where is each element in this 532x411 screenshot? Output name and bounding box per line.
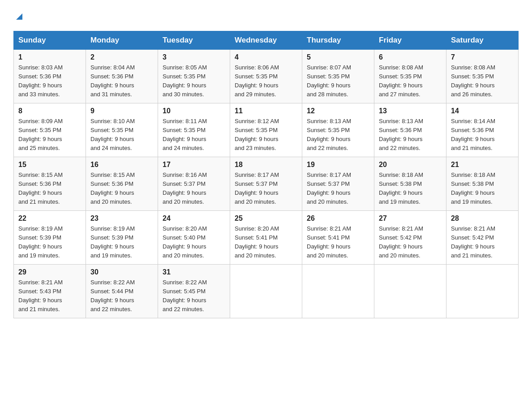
- weekday-header-monday: Monday: [86, 31, 158, 50]
- day-info: Sunrise: 8:15 AMSunset: 5:36 PMDaylight:…: [90, 171, 153, 207]
- day-number: 30: [90, 268, 153, 276]
- day-info: Sunrise: 8:08 AMSunset: 5:35 PMDaylight:…: [379, 63, 442, 99]
- day-info: Sunrise: 8:11 AMSunset: 5:35 PMDaylight:…: [163, 117, 225, 153]
- calendar-cell: 14Sunrise: 8:14 AMSunset: 5:36 PMDayligh…: [446, 103, 519, 157]
- calendar-cell: 4Sunrise: 8:06 AMSunset: 5:35 PMDaylight…: [230, 50, 302, 103]
- logo: [13, 9, 25, 23]
- weekday-header-wednesday: Wednesday: [230, 31, 302, 50]
- calendar-cell: 1Sunrise: 8:03 AMSunset: 5:36 PMDaylight…: [14, 50, 86, 103]
- day-number: 24: [163, 214, 225, 223]
- calendar-cell: 3Sunrise: 8:05 AMSunset: 5:35 PMDaylight…: [158, 50, 230, 103]
- calendar-cell: [302, 265, 374, 318]
- day-number: 16: [90, 161, 153, 169]
- calendar-cell: 15Sunrise: 8:15 AMSunset: 5:36 PMDayligh…: [14, 157, 86, 211]
- calendar-cell: 17Sunrise: 8:16 AMSunset: 5:37 PMDayligh…: [158, 157, 230, 211]
- day-number: 27: [379, 214, 442, 223]
- day-info: Sunrise: 8:17 AMSunset: 5:37 PMDaylight:…: [307, 171, 369, 207]
- calendar-table: SundayMondayTuesdayWednesdayThursdayFrid…: [13, 31, 519, 318]
- day-info: Sunrise: 8:20 AMSunset: 5:41 PMDaylight:…: [235, 224, 297, 261]
- calendar-cell: 25Sunrise: 8:20 AMSunset: 5:41 PMDayligh…: [230, 211, 302, 265]
- day-number: 15: [18, 161, 81, 169]
- week-row-5: 29Sunrise: 8:21 AMSunset: 5:43 PMDayligh…: [14, 265, 519, 318]
- day-info: Sunrise: 8:21 AMSunset: 5:41 PMDaylight:…: [307, 224, 369, 261]
- day-info: Sunrise: 8:14 AMSunset: 5:36 PMDaylight:…: [451, 117, 514, 153]
- calendar-cell: 13Sunrise: 8:13 AMSunset: 5:36 PMDayligh…: [374, 103, 446, 157]
- logo-triangle-icon: [13, 9, 25, 23]
- calendar-cell: 9Sunrise: 8:10 AMSunset: 5:35 PMDaylight…: [86, 103, 158, 157]
- day-info: Sunrise: 8:21 AMSunset: 5:42 PMDaylight:…: [451, 224, 514, 261]
- calendar-cell: 5Sunrise: 8:07 AMSunset: 5:35 PMDaylight…: [302, 50, 374, 103]
- day-number: 19: [307, 161, 369, 169]
- header: [13, 9, 519, 23]
- day-info: Sunrise: 8:08 AMSunset: 5:35 PMDaylight:…: [451, 63, 514, 99]
- calendar-cell: [446, 265, 519, 318]
- day-number: 20: [379, 161, 442, 169]
- day-info: Sunrise: 8:10 AMSunset: 5:35 PMDaylight:…: [90, 117, 153, 153]
- week-row-2: 8Sunrise: 8:09 AMSunset: 5:35 PMDaylight…: [14, 103, 519, 157]
- calendar-cell: 19Sunrise: 8:17 AMSunset: 5:37 PMDayligh…: [302, 157, 374, 211]
- day-number: 23: [90, 214, 153, 223]
- calendar-cell: 27Sunrise: 8:21 AMSunset: 5:42 PMDayligh…: [374, 211, 446, 265]
- calendar-cell: 23Sunrise: 8:19 AMSunset: 5:39 PMDayligh…: [86, 211, 158, 265]
- weekday-header-tuesday: Tuesday: [158, 31, 230, 50]
- day-number: 10: [163, 107, 225, 115]
- calendar-cell: 12Sunrise: 8:13 AMSunset: 5:35 PMDayligh…: [302, 103, 374, 157]
- day-number: 7: [451, 53, 514, 61]
- day-number: 13: [379, 107, 442, 115]
- day-info: Sunrise: 8:12 AMSunset: 5:35 PMDaylight:…: [235, 117, 297, 153]
- day-info: Sunrise: 8:21 AMSunset: 5:42 PMDaylight:…: [379, 224, 442, 261]
- day-info: Sunrise: 8:06 AMSunset: 5:35 PMDaylight:…: [235, 63, 297, 99]
- day-info: Sunrise: 8:18 AMSunset: 5:38 PMDaylight:…: [379, 171, 442, 207]
- weekday-header-row: SundayMondayTuesdayWednesdayThursdayFrid…: [14, 31, 519, 50]
- day-number: 31: [163, 268, 225, 276]
- day-info: Sunrise: 8:17 AMSunset: 5:37 PMDaylight:…: [235, 171, 297, 207]
- week-row-3: 15Sunrise: 8:15 AMSunset: 5:36 PMDayligh…: [14, 157, 519, 211]
- weekday-header-friday: Friday: [374, 31, 446, 50]
- day-number: 4: [235, 53, 297, 61]
- day-info: Sunrise: 8:19 AMSunset: 5:39 PMDaylight:…: [18, 224, 81, 261]
- day-number: 17: [163, 161, 225, 169]
- week-row-1: 1Sunrise: 8:03 AMSunset: 5:36 PMDaylight…: [14, 50, 519, 103]
- day-info: Sunrise: 8:22 AMSunset: 5:45 PMDaylight:…: [163, 278, 225, 314]
- day-number: 22: [18, 214, 81, 223]
- calendar-cell: 30Sunrise: 8:22 AMSunset: 5:44 PMDayligh…: [86, 265, 158, 318]
- day-number: 26: [307, 214, 369, 223]
- weekday-header-saturday: Saturday: [446, 31, 519, 50]
- day-number: 29: [18, 268, 81, 276]
- day-info: Sunrise: 8:13 AMSunset: 5:35 PMDaylight:…: [307, 117, 369, 153]
- day-info: Sunrise: 8:20 AMSunset: 5:40 PMDaylight:…: [163, 224, 225, 261]
- calendar-cell: 16Sunrise: 8:15 AMSunset: 5:36 PMDayligh…: [86, 157, 158, 211]
- day-number: 21: [451, 161, 514, 169]
- day-info: Sunrise: 8:03 AMSunset: 5:36 PMDaylight:…: [18, 63, 81, 99]
- calendar-cell: 29Sunrise: 8:21 AMSunset: 5:43 PMDayligh…: [14, 265, 86, 318]
- day-info: Sunrise: 8:21 AMSunset: 5:43 PMDaylight:…: [18, 278, 81, 314]
- calendar-cell: 26Sunrise: 8:21 AMSunset: 5:41 PMDayligh…: [302, 211, 374, 265]
- day-number: 11: [235, 107, 297, 115]
- calendar-cell: 8Sunrise: 8:09 AMSunset: 5:35 PMDaylight…: [14, 103, 86, 157]
- day-number: 25: [235, 214, 297, 223]
- calendar-cell: 6Sunrise: 8:08 AMSunset: 5:35 PMDaylight…: [374, 50, 446, 103]
- day-info: Sunrise: 8:05 AMSunset: 5:35 PMDaylight:…: [163, 63, 225, 99]
- calendar-cell: 21Sunrise: 8:18 AMSunset: 5:38 PMDayligh…: [446, 157, 519, 211]
- day-info: Sunrise: 8:18 AMSunset: 5:38 PMDaylight:…: [451, 171, 514, 207]
- calendar-cell: 20Sunrise: 8:18 AMSunset: 5:38 PMDayligh…: [374, 157, 446, 211]
- calendar-cell: [230, 265, 302, 318]
- day-number: 6: [379, 53, 442, 61]
- calendar-cell: 24Sunrise: 8:20 AMSunset: 5:40 PMDayligh…: [158, 211, 230, 265]
- calendar-cell: [374, 265, 446, 318]
- day-info: Sunrise: 8:16 AMSunset: 5:37 PMDaylight:…: [163, 171, 225, 207]
- day-info: Sunrise: 8:04 AMSunset: 5:36 PMDaylight:…: [90, 63, 153, 99]
- calendar-cell: 7Sunrise: 8:08 AMSunset: 5:35 PMDaylight…: [446, 50, 519, 103]
- day-info: Sunrise: 8:15 AMSunset: 5:36 PMDaylight:…: [18, 171, 81, 207]
- day-number: 12: [307, 107, 369, 115]
- calendar-cell: 31Sunrise: 8:22 AMSunset: 5:45 PMDayligh…: [158, 265, 230, 318]
- calendar-cell: 28Sunrise: 8:21 AMSunset: 5:42 PMDayligh…: [446, 211, 519, 265]
- day-number: 8: [18, 107, 81, 115]
- day-info: Sunrise: 8:09 AMSunset: 5:35 PMDaylight:…: [18, 117, 81, 153]
- day-info: Sunrise: 8:22 AMSunset: 5:44 PMDaylight:…: [90, 278, 153, 314]
- day-number: 3: [163, 53, 225, 61]
- day-info: Sunrise: 8:13 AMSunset: 5:36 PMDaylight:…: [379, 117, 442, 153]
- week-row-4: 22Sunrise: 8:19 AMSunset: 5:39 PMDayligh…: [14, 211, 519, 265]
- calendar-cell: 2Sunrise: 8:04 AMSunset: 5:36 PMDaylight…: [86, 50, 158, 103]
- weekday-header-sunday: Sunday: [14, 31, 86, 50]
